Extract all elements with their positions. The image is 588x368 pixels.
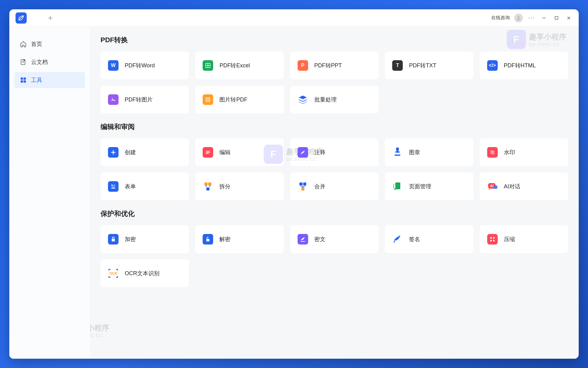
watermark-icon bbox=[487, 146, 498, 158]
tool-label: PDF转HTML bbox=[504, 62, 536, 69]
tool-redact[interactable]: 密文 bbox=[290, 225, 379, 253]
tool-pdf2html[interactable]: </> PDF转HTML bbox=[480, 52, 568, 79]
ai-icon: AI bbox=[487, 181, 498, 192]
tool-compress[interactable]: 压缩 bbox=[480, 225, 568, 253]
sidebar: 首页 云文档 工具 bbox=[9, 27, 90, 359]
svg-rect-9 bbox=[206, 98, 210, 101]
tool-decrypt[interactable]: 解密 bbox=[195, 225, 284, 253]
compress-icon bbox=[487, 233, 498, 245]
tool-split[interactable]: 拆分 bbox=[195, 173, 284, 200]
tool-label: 压缩 bbox=[504, 236, 515, 243]
tool-label: 创建 bbox=[125, 149, 136, 156]
tool-img2pdf[interactable]: 图片转PDF bbox=[195, 86, 284, 114]
html-icon: </> bbox=[487, 60, 498, 71]
img2pdf-icon bbox=[202, 94, 214, 105]
edit-icon bbox=[202, 146, 214, 158]
excel-icon bbox=[202, 60, 214, 71]
svg-point-8 bbox=[112, 98, 113, 99]
minimize-button[interactable] bbox=[538, 12, 550, 24]
lock-icon bbox=[107, 233, 119, 245]
section-pdf-convert: PDF转换 W.shadow-box[style*='2864f0']::bef… bbox=[101, 35, 568, 114]
svg-rect-1 bbox=[555, 16, 558, 19]
txt-icon: T bbox=[392, 60, 403, 71]
word-icon: W.shadow-box[style*='2864f0']::before{ba… bbox=[107, 60, 119, 71]
new-tab-button[interactable] bbox=[45, 13, 55, 23]
svg-rect-10 bbox=[395, 155, 400, 156]
tool-create[interactable]: 创建 bbox=[101, 138, 189, 166]
redact-icon bbox=[297, 233, 309, 245]
app-logo bbox=[16, 12, 27, 24]
tool-pdf2excel[interactable]: PDF转Excel bbox=[195, 52, 284, 79]
sidebar-item-label: 工具 bbox=[31, 76, 42, 84]
close-icon bbox=[567, 16, 571, 20]
svg-rect-18 bbox=[395, 182, 400, 189]
svg-point-0 bbox=[518, 16, 519, 18]
tool-label: PDF转图片 bbox=[125, 96, 153, 103]
tool-label: PDF转Excel bbox=[219, 62, 250, 69]
sign-icon bbox=[392, 233, 403, 245]
svg-point-22 bbox=[495, 187, 495, 187]
ocr-icon: OCR bbox=[107, 267, 119, 279]
svg-rect-16 bbox=[303, 182, 306, 186]
tool-pages[interactable]: 页面管理 bbox=[385, 173, 473, 200]
tool-stamp[interactable]: 图章 bbox=[385, 138, 473, 166]
tool-sign[interactable]: 签名 bbox=[385, 225, 473, 253]
sidebar-item-home[interactable]: 首页 bbox=[14, 36, 85, 52]
svg-rect-12 bbox=[204, 182, 208, 186]
tool-label: 编辑 bbox=[219, 149, 231, 156]
section-protect-optimize: 保护和优化 加密 解密 密文 bbox=[101, 209, 568, 287]
tool-label: 解密 bbox=[219, 236, 231, 243]
image-icon bbox=[107, 94, 119, 105]
cloud-doc-icon bbox=[20, 59, 27, 65]
tool-label: 加密 bbox=[125, 236, 136, 243]
more-button[interactable]: ··· bbox=[525, 12, 538, 24]
ppt-icon: P bbox=[297, 60, 309, 71]
tool-label: 页面管理 bbox=[409, 183, 431, 190]
tool-pdf2txt[interactable]: T PDF转TXT bbox=[385, 52, 473, 79]
tool-label: 签名 bbox=[409, 236, 420, 243]
tool-label: 密文 bbox=[314, 236, 325, 243]
svg-rect-4 bbox=[24, 78, 26, 80]
grid-icon bbox=[20, 77, 27, 83]
svg-text:AI: AI bbox=[490, 184, 493, 188]
tool-form[interactable]: 表单 bbox=[101, 173, 189, 200]
tool-merge[interactable]: 合并 bbox=[290, 173, 379, 200]
split-icon bbox=[202, 181, 214, 192]
tool-pdf2img[interactable]: PDF转图片 bbox=[101, 86, 189, 114]
tool-batch[interactable]: 批量处理 bbox=[290, 86, 379, 114]
tool-ocr[interactable]: OCR OCR文本识别 bbox=[101, 259, 189, 287]
section-title: 编辑和审阅 bbox=[101, 122, 568, 132]
watermark: F 趣享小程序QX.OOVC.CC bbox=[90, 321, 109, 340]
tool-label: 水印 bbox=[504, 149, 515, 156]
user-avatar[interactable] bbox=[514, 14, 523, 22]
maximize-icon bbox=[554, 16, 559, 20]
svg-rect-5 bbox=[21, 80, 23, 83]
tool-label: 图章 bbox=[409, 149, 420, 156]
tool-aichat[interactable]: AI AI对话 bbox=[480, 173, 568, 200]
tool-watermark[interactable]: 水印 bbox=[480, 138, 568, 166]
pages-icon bbox=[392, 181, 403, 192]
sidebar-item-tools[interactable]: 工具 bbox=[14, 72, 85, 88]
online-consult-link[interactable]: 在线咨询 bbox=[491, 15, 510, 21]
svg-rect-17 bbox=[301, 187, 304, 191]
sidebar-item-label: 首页 bbox=[31, 40, 42, 48]
tool-annotate[interactable]: 注释 bbox=[290, 138, 379, 166]
tool-encrypt[interactable]: 加密 bbox=[101, 225, 189, 253]
titlebar: 在线咨询 ··· bbox=[9, 9, 579, 27]
maximize-button[interactable] bbox=[550, 12, 563, 24]
tool-label: PDF转TXT bbox=[409, 62, 436, 69]
svg-rect-26 bbox=[206, 239, 209, 241]
tool-label: 图片转PDF bbox=[219, 96, 247, 103]
tool-label: PDF转PPT bbox=[314, 62, 342, 69]
tool-label: 批量处理 bbox=[314, 96, 337, 103]
close-button[interactable] bbox=[563, 12, 575, 24]
svg-point-23 bbox=[496, 187, 496, 187]
tool-pdf2word[interactable]: W.shadow-box[style*='2864f0']::before{ba… bbox=[101, 52, 189, 79]
plus-icon bbox=[107, 146, 119, 158]
tool-pdf2ppt[interactable]: P PDF转PPT bbox=[290, 52, 379, 79]
tool-edit[interactable]: 编辑 bbox=[195, 138, 284, 166]
main-content: F 趣享小程序QX.OOVC.CC F 趣享小程序QX.OOVC.CC F 趣享… bbox=[90, 27, 579, 359]
leaf-icon bbox=[18, 15, 25, 21]
sidebar-item-cloud[interactable]: 云文档 bbox=[14, 54, 85, 70]
svg-point-24 bbox=[496, 187, 497, 187]
